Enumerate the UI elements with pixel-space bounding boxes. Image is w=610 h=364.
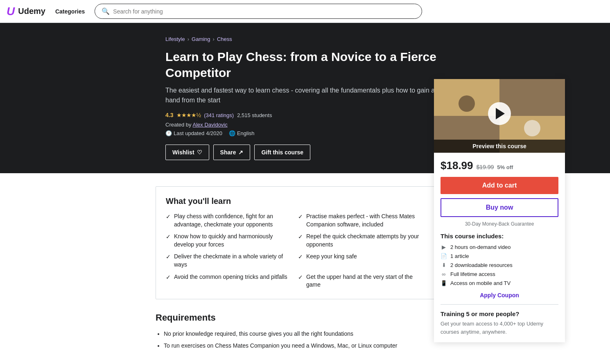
apply-coupon-link[interactable]: Apply Coupon (441, 292, 558, 298)
article-icon: 📄 (441, 253, 447, 259)
share-label: Share (220, 149, 236, 156)
instructor-link[interactable]: Alex Davidovic (193, 122, 228, 128)
check-icon: ✓ (298, 213, 303, 221)
learn-box: What you'll learn ✓ Play chess with conf… (156, 186, 436, 299)
students-count: 2,515 students (237, 112, 272, 118)
search-input[interactable] (113, 8, 415, 15)
breadcrumb-lifestyle[interactable]: Lifestyle (165, 36, 185, 42)
learn-item: ✓ Keep your king safe (298, 253, 426, 269)
breadcrumb-gaming[interactable]: Gaming (192, 36, 210, 42)
last-updated-date: 4/2020 (206, 130, 222, 136)
header: U Udemy Categories 🔍 (0, 0, 610, 23)
learn-item-0: Play chess with confidence, fight for an… (174, 213, 294, 228)
logo-u-icon: U (7, 5, 15, 18)
clock-icon: 🕐 (165, 130, 172, 136)
learn-item-5: Repel the quick checkmate attempts by yo… (306, 233, 426, 249)
learn-item-2: Deliver the checkmate in a whole variety… (174, 253, 294, 269)
globe-icon: 🌐 (229, 130, 235, 136)
includes-item-3: Full lifetime access (450, 271, 495, 277)
req-item-0: No prior knowledge required, this course… (164, 330, 436, 338)
mobile-icon: 📱 (441, 280, 447, 286)
learn-grid: ✓ Play chess with confidence, fight for … (166, 213, 426, 289)
stars-icon: ★★★★½ (176, 112, 201, 118)
list-item: 📄 1 article (441, 253, 558, 259)
learn-title: What you'll learn (166, 197, 426, 206)
preview-thumbnail[interactable]: Preview this course (434, 79, 565, 153)
check-icon: ✓ (298, 274, 303, 282)
preview-label: Preview this course (434, 140, 565, 153)
created-by-row: Created by Alex Davidovic (165, 122, 465, 128)
learn-item-1: Know how to quickly and harmoniously dev… (174, 233, 294, 249)
wishlist-label: Wishlist (172, 149, 194, 156)
video-icon: ▶ (441, 244, 447, 250)
breadcrumb-sep-1: › (188, 36, 189, 42)
list-item: ⬇ 2 downloadable resources (441, 262, 558, 268)
share-icon: ↗ (238, 149, 243, 156)
req-item-1: To run exercises on Chess Mates Companio… (164, 341, 436, 350)
play-button[interactable] (488, 102, 511, 125)
includes-item-2: 2 downloadable resources (450, 262, 513, 268)
check-icon: ✓ (166, 233, 171, 241)
last-updated-label: Last updated (174, 130, 204, 136)
sidebar-card: Preview this course $18.99 $19.99 5% off… (434, 79, 565, 342)
training-text: Get your team access to 4,000+ top Udemy… (441, 320, 558, 336)
rating-number: 4.3 (165, 112, 173, 118)
check-icon: ✓ (166, 253, 171, 261)
svg-point-4 (524, 120, 540, 136)
content-area: What you'll learn ✓ Play chess with conf… (0, 173, 446, 364)
discount-badge: 5% off (497, 164, 513, 170)
check-icon: ✓ (298, 233, 303, 241)
download-icon: ⬇ (441, 262, 447, 268)
list-item: ▶ 2 hours on-demand video (441, 244, 558, 250)
learn-item: ✓ Practise makes perfect - with Chess Ma… (298, 213, 426, 228)
learn-item-4: Practise makes perfect - with Chess Mate… (306, 213, 426, 228)
gift-button[interactable]: Gift this course (254, 145, 310, 160)
includes-title: This course includes: (441, 233, 558, 240)
action-buttons: Wishlist ♡ Share ↗ Gift this course (165, 145, 465, 160)
learn-item: ✓ Get the upper hand at the very start o… (298, 273, 426, 289)
search-bar: 🔍 (95, 4, 422, 19)
learn-item: ✓ Avoid the common opening tricks and pi… (166, 273, 294, 289)
gift-label: Gift this course (261, 149, 303, 156)
learn-item-7: Get the upper hand at the very start of … (306, 273, 426, 289)
learn-item: ✓ Repel the quick checkmate attempts by … (298, 233, 426, 249)
includes-item-4: Access on mobile and TV (450, 280, 511, 286)
rating-row: 4.3 ★★★★½ (341 ratings) 2,515 students (165, 112, 465, 118)
requirements-title: Requirements (156, 312, 436, 323)
breadcrumb-chess[interactable]: Chess (217, 36, 232, 42)
logo-area[interactable]: U Udemy (7, 5, 45, 18)
includes-item-1: 1 article (450, 253, 469, 259)
course-subtitle: The easiest and fastest way to learn che… (165, 86, 465, 105)
includes-list: ▶ 2 hours on-demand video 📄 1 article ⬇ … (441, 244, 558, 286)
learn-item: ✓ Deliver the checkmate in a whole varie… (166, 253, 294, 269)
svg-point-3 (459, 95, 475, 112)
add-to-cart-button[interactable]: Add to cart (441, 177, 558, 194)
buy-now-button[interactable]: Buy now (441, 198, 558, 217)
play-triangle-icon (496, 108, 505, 119)
learn-item-6: Keep your king safe (306, 253, 357, 261)
search-icon: 🔍 (102, 7, 110, 15)
breadcrumb-sep-2: › (213, 36, 215, 42)
list-item: 📱 Access on mobile and TV (441, 280, 558, 286)
infinity-icon: ∞ (441, 271, 447, 277)
course-title: Learn to Play Chess: from a Novice to a … (165, 49, 465, 81)
money-back-guarantee: 30-Day Money-Back Guarantee (441, 221, 558, 227)
list-item: ∞ Full lifetime access (441, 271, 558, 277)
learn-item: ✓ Play chess with confidence, fight for … (166, 213, 294, 228)
share-button[interactable]: Share ↗ (213, 145, 251, 160)
categories-button[interactable]: Categories (52, 8, 88, 15)
learn-item-3: Avoid the common opening tricks and pitf… (174, 273, 287, 281)
created-by-label: Created by (165, 122, 192, 128)
training-title: Training 5 or more people? (441, 310, 558, 317)
meta-row: 🕐 Last updated 4/2020 🌐 English (165, 130, 465, 136)
language-text: English (237, 130, 255, 136)
hero-inner: Lifestyle › Gaming › Chess Learn to Play… (156, 36, 475, 160)
breadcrumb: Lifestyle › Gaming › Chess (165, 36, 465, 42)
check-icon: ✓ (298, 253, 303, 261)
wishlist-button[interactable]: Wishlist ♡ (165, 145, 209, 160)
heart-icon: ♡ (197, 149, 202, 156)
card-body: $18.99 $19.99 5% off Add to cart Buy now… (434, 153, 565, 342)
price-row: $18.99 $19.99 5% off (441, 159, 558, 172)
training-box: Training 5 or more people? Get your team… (441, 304, 558, 336)
check-icon: ✓ (166, 274, 171, 282)
